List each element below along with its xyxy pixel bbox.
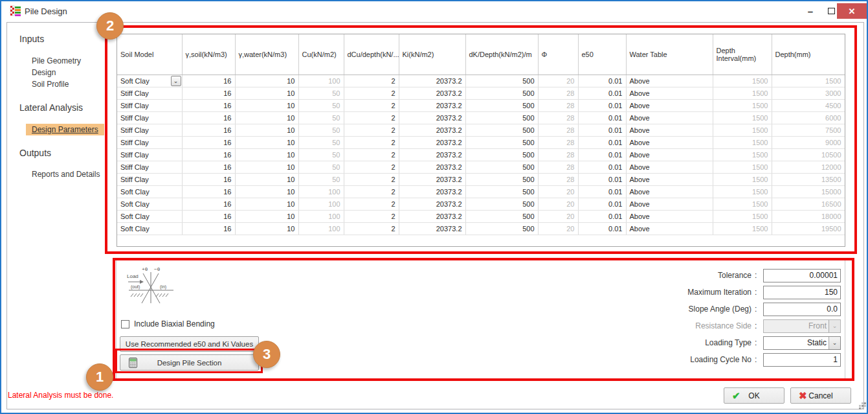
cell-dcu_depth[interactable]: 2 — [344, 124, 399, 136]
sidebar-item-design-parameters[interactable]: Design Parameters — [26, 124, 104, 135]
cell-e50[interactable]: 0.01 — [578, 222, 626, 235]
column-header-water_table[interactable]: Water Table — [626, 34, 713, 75]
cell-phi[interactable]: 20 — [538, 185, 578, 198]
cell-dcu_depth[interactable]: 2 — [344, 148, 399, 161]
cell-cu[interactable]: 100 — [298, 198, 344, 210]
resize-grip[interactable] — [862, 405, 863, 407]
column-header-cu[interactable]: Cu(kN/m2) — [298, 34, 344, 75]
cell-cu[interactable]: 50 — [298, 148, 344, 161]
cell-dk_depth[interactable]: 500 — [465, 185, 538, 198]
cell-depth_interval[interactable]: 1500 — [713, 99, 772, 111]
cell-gamma_water[interactable]: 10 — [235, 136, 298, 148]
cell-soil_model[interactable]: Stiff Clay — [117, 124, 182, 136]
cell-water_table[interactable]: Above — [626, 222, 713, 235]
cell-phi[interactable]: 28 — [538, 111, 578, 124]
cell-ki[interactable]: 20373.2 — [399, 111, 465, 124]
cell-depth_interval[interactable]: 1500 — [713, 124, 772, 136]
cell-soil_model[interactable]: Stiff Clay — [117, 161, 182, 173]
cell-dcu_depth[interactable]: 2 — [344, 222, 399, 235]
cell-depth[interactable]: 13500 — [772, 173, 845, 185]
cell-phi[interactable]: 28 — [538, 124, 578, 136]
cell-dcu_depth[interactable]: 2 — [344, 87, 399, 99]
cell-water_table[interactable]: Above — [626, 161, 713, 173]
cell-phi[interactable]: 20 — [538, 222, 578, 235]
cell-cu[interactable]: 50 — [298, 124, 344, 136]
cell-soil_model[interactable]: Soft Clay⌄ — [117, 75, 182, 87]
cell-ki[interactable]: 20373.2 — [399, 161, 465, 173]
column-header-gamma_water[interactable]: γ,water(kN/m3) — [235, 34, 298, 75]
column-header-phi[interactable]: Φ — [538, 34, 578, 75]
cell-gamma_water[interactable]: 10 — [235, 185, 298, 198]
cell-soil_model[interactable]: Stiff Clay — [117, 148, 182, 161]
cell-e50[interactable]: 0.01 — [578, 148, 626, 161]
cell-e50[interactable]: 0.01 — [578, 99, 626, 111]
cell-dcu_depth[interactable]: 2 — [344, 173, 399, 185]
cell-ki[interactable]: 20373.2 — [399, 185, 465, 198]
cell-depth_interval[interactable]: 1500 — [713, 198, 772, 210]
cell-gamma_water[interactable]: 10 — [235, 87, 298, 99]
cell-gamma_soil[interactable]: 16 — [182, 148, 235, 161]
cell-water_table[interactable]: Above — [626, 99, 713, 111]
cell-gamma_soil[interactable]: 16 — [182, 198, 235, 210]
cell-dk_depth[interactable]: 500 — [465, 99, 538, 111]
cell-gamma_water[interactable]: 10 — [235, 75, 298, 87]
cell-ki[interactable]: 20373.2 — [399, 222, 465, 235]
cell-depth_interval[interactable]: 1500 — [713, 185, 772, 198]
cell-dk_depth[interactable]: 500 — [465, 210, 538, 222]
cell-e50[interactable]: 0.01 — [578, 173, 626, 185]
cell-cu[interactable]: 100 — [298, 222, 344, 235]
cell-soil_model[interactable]: Soft Clay — [117, 198, 182, 210]
cell-cu[interactable]: 50 — [298, 136, 344, 148]
cell-phi[interactable]: 20 — [538, 75, 578, 87]
cell-depth_interval[interactable]: 1500 — [713, 136, 772, 148]
cell-dk_depth[interactable]: 500 — [465, 161, 538, 173]
column-header-depth[interactable]: Depth(mm) — [772, 34, 845, 75]
cell-depth_interval[interactable]: 1500 — [713, 210, 772, 222]
chevron-down-icon[interactable]: ⌄ — [829, 337, 840, 349]
cell-gamma_water[interactable]: 10 — [235, 210, 298, 222]
cell-phi[interactable]: 28 — [538, 161, 578, 173]
cell-ki[interactable]: 20373.2 — [399, 198, 465, 210]
cell-e50[interactable]: 0.01 — [578, 136, 626, 148]
cell-ki[interactable]: 20373.2 — [399, 87, 465, 99]
cell-gamma_water[interactable]: 10 — [235, 148, 298, 161]
column-header-dcu_depth[interactable]: dCu/depth(kN/... — [344, 34, 399, 75]
cell-gamma_soil[interactable]: 16 — [182, 87, 235, 99]
cell-ki[interactable]: 20373.2 — [399, 173, 465, 185]
cell-depth[interactable]: 6000 — [772, 111, 845, 124]
column-header-soil_model[interactable]: Soil Model — [117, 34, 182, 75]
column-header-dk_depth[interactable]: dK/Depth(kN/m2)/m — [465, 34, 538, 75]
cell-cu[interactable]: 50 — [298, 87, 344, 99]
cell-phi[interactable]: 28 — [538, 148, 578, 161]
cell-water_table[interactable]: Above — [626, 136, 713, 148]
cell-phi[interactable]: 28 — [538, 87, 578, 99]
cell-water_table[interactable]: Above — [626, 124, 713, 136]
sidebar-item-soil-profile[interactable]: Soil Profile — [32, 80, 69, 89]
cell-ki[interactable]: 20373.2 — [399, 99, 465, 111]
cell-ki[interactable]: 20373.2 — [399, 75, 465, 87]
cell-depth[interactable]: 15000 — [772, 185, 845, 198]
sidebar-item-pile-geometry[interactable]: Pile Geometry — [32, 56, 81, 65]
cell-depth_interval[interactable]: 1500 — [713, 173, 772, 185]
cell-soil_model[interactable]: Soft Clay — [117, 222, 182, 235]
cell-depth_interval[interactable]: 1500 — [713, 161, 772, 173]
cell-gamma_water[interactable]: 10 — [235, 124, 298, 136]
cancel-button[interactable]: ✖ Cancel — [790, 387, 851, 404]
cell-gamma_soil[interactable]: 16 — [182, 173, 235, 185]
cell-ki[interactable]: 20373.2 — [399, 148, 465, 161]
loading-type-select[interactable]: Static ⌄ — [763, 336, 841, 350]
cell-depth[interactable]: 12000 — [772, 161, 845, 173]
cell-phi[interactable]: 28 — [538, 136, 578, 148]
design-pile-section-button[interactable]: Design Pile Section — [120, 354, 259, 371]
cell-water_table[interactable]: Above — [626, 198, 713, 210]
cell-cu[interactable]: 100 — [298, 185, 344, 198]
maximum-iteration-input[interactable] — [763, 286, 841, 299]
cell-dk_depth[interactable]: 500 — [465, 87, 538, 99]
cell-gamma_soil[interactable]: 16 — [182, 99, 235, 111]
cell-soil_model[interactable]: Stiff Clay — [117, 99, 182, 111]
cell-dk_depth[interactable]: 500 — [465, 222, 538, 235]
cell-soil_model[interactable]: Soft Clay — [117, 185, 182, 198]
cell-gamma_water[interactable]: 10 — [235, 161, 298, 173]
include-biaxial-bending-checkbox[interactable] — [121, 320, 129, 328]
cell-depth[interactable]: 4500 — [772, 99, 845, 111]
